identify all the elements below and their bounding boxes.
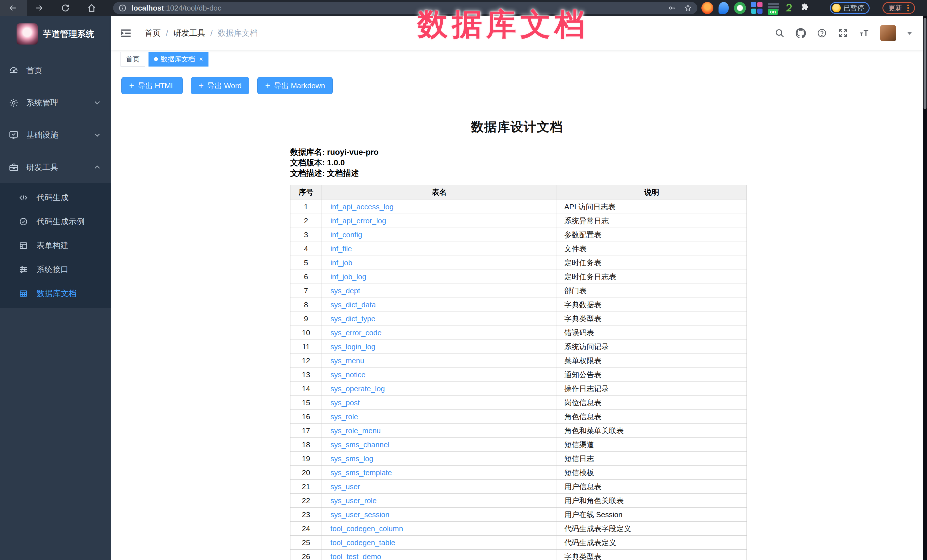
font-size-icon[interactable]: [859, 28, 869, 38]
address-bar[interactable]: localhost:1024/tool/db-doc: [113, 2, 698, 14]
scrollbar-thumb[interactable]: [924, 18, 926, 109]
sidebar-item-home[interactable]: 首页: [0, 54, 111, 87]
profile-paused-pill[interactable]: 已暂停: [830, 2, 869, 14]
extension-stack-icon[interactable]: on: [767, 2, 779, 14]
table-link[interactable]: sys_error_code: [330, 328, 381, 337]
export-button[interactable]: +导出 HTML: [122, 77, 183, 94]
row-index: 8: [290, 298, 322, 312]
table-row: 19sys_sms_log短信日志: [290, 452, 747, 466]
table-link[interactable]: sys_user: [330, 482, 360, 491]
button-label: 导出 HTML: [138, 81, 175, 91]
doc-meta: 数据库名: ruoyi-vue-pro文档版本: 1.0.0文档描述: 文档描述: [290, 147, 923, 179]
table-link[interactable]: inf_api_error_log: [330, 217, 386, 225]
table-header-cell: 表名: [322, 185, 557, 200]
table-link[interactable]: inf_api_access_log: [330, 202, 394, 211]
table-link[interactable]: sys_sms_template: [330, 468, 392, 477]
table-link[interactable]: sys_operate_log: [330, 384, 385, 393]
row-index: 6: [290, 270, 322, 284]
table-link[interactable]: inf_job_log: [330, 272, 366, 281]
sidebar-item-label: 代码生成: [36, 192, 68, 203]
tab-item[interactable]: 首页: [120, 52, 145, 67]
tag-close-icon[interactable]: ×: [199, 56, 203, 62]
sidebar-item-system[interactable]: 系统管理: [0, 87, 111, 119]
info-icon[interactable]: [118, 4, 127, 12]
scrollbar-track[interactable]: [923, 16, 927, 560]
extension-grid-icon[interactable]: [751, 2, 763, 14]
table-link[interactable]: inf_file: [330, 244, 352, 253]
extension-red-icon[interactable]: [701, 2, 713, 14]
tab-active[interactable]: 数据库文档×: [149, 52, 208, 67]
reload-icon[interactable]: [61, 3, 70, 13]
browser-menu-icon[interactable]: [907, 7, 909, 9]
update-label: 更新: [889, 3, 902, 12]
table-link[interactable]: sys_role_menu: [330, 426, 381, 435]
user-avatar[interactable]: [880, 25, 896, 41]
sidebar-menu: 首页系统管理基础设施研发工具代码生成代码生成示例表单构建系统接口数据库文档: [0, 54, 111, 308]
table-link[interactable]: sys_login_log: [330, 342, 375, 351]
breadcrumb-item[interactable]: 研发工具: [173, 28, 205, 39]
table-link[interactable]: tool_codegen_table: [330, 538, 395, 547]
table-link[interactable]: sys_sms_log: [330, 454, 373, 463]
table-row: 13sys_notice通知公告表: [290, 368, 747, 382]
extension-blue-icon[interactable]: [719, 2, 729, 14]
table-link[interactable]: sys_role: [330, 412, 358, 421]
breadcrumb-item[interactable]: 首页: [145, 28, 161, 39]
table-link[interactable]: sys_sms_channel: [330, 440, 389, 449]
sidebar-item-form-builder[interactable]: 表单构建: [0, 234, 111, 258]
table-link[interactable]: sys_menu: [330, 357, 365, 365]
update-button[interactable]: 更新: [883, 2, 915, 14]
table-link[interactable]: sys_notice: [330, 370, 366, 379]
sidebar-item-system-api[interactable]: 系统接口: [0, 258, 111, 282]
tag-label: 数据库文档: [161, 55, 195, 64]
search-icon[interactable]: [775, 28, 785, 38]
sidebar-item-codegen-demo[interactable]: 代码生成示例: [0, 209, 111, 234]
doc-meta-line: 数据库名: ruoyi-vue-pro: [290, 147, 923, 157]
export-button[interactable]: +导出 Markdown: [257, 77, 333, 94]
table-link[interactable]: tool_codegen_column: [330, 524, 403, 533]
sidebar-item-infra[interactable]: 基础设施: [0, 119, 111, 151]
back-icon[interactable]: [8, 3, 18, 13]
help-icon[interactable]: [817, 28, 827, 38]
fullscreen-icon[interactable]: [838, 28, 848, 38]
bookmark-star-icon[interactable]: [684, 4, 692, 12]
table-row: 17sys_role_menu角色和菜单关联表: [290, 424, 747, 438]
sidebar-item-db-doc[interactable]: 数据库文档: [0, 282, 111, 305]
key-icon[interactable]: [668, 4, 676, 12]
chevron-down-icon: [94, 131, 100, 137]
extension-green-icon[interactable]: [734, 2, 746, 14]
sidebar-item-label: 系统管理: [26, 97, 58, 108]
table-link[interactable]: sys_dept: [330, 287, 360, 295]
tag-label: 首页: [126, 55, 140, 64]
sidebar-item-devtools[interactable]: 研发工具: [0, 151, 111, 183]
export-toolbar: +导出 HTML+导出 Word+导出 Markdown: [111, 68, 923, 94]
row-desc: 文件表: [557, 242, 747, 256]
dashboard-icon: [9, 65, 19, 76]
extension-two-icon[interactable]: [784, 3, 794, 14]
logo-row[interactable]: 芋道管理系统: [0, 16, 111, 44]
table-row: 25tool_codegen_table代码生成表定义: [290, 536, 747, 550]
table-link[interactable]: sys_user_session: [330, 510, 389, 519]
sidebar-item-codegen[interactable]: 代码生成: [0, 186, 111, 209]
table-body: 1inf_api_access_logAPI 访问日志表2inf_api_err…: [290, 200, 747, 560]
sliders-icon: [19, 265, 28, 274]
github-icon[interactable]: [796, 28, 806, 38]
sidebar-toggle-icon[interactable]: [120, 27, 132, 39]
row-desc: 代码生成表字段定义: [557, 522, 747, 536]
export-button[interactable]: +导出 Word: [191, 77, 249, 94]
button-label: 导出 Markdown: [274, 81, 325, 91]
chevron-down-icon[interactable]: [907, 32, 912, 35]
home-icon[interactable]: [87, 3, 97, 13]
row-index: 17: [290, 424, 322, 438]
forward-icon[interactable]: [34, 3, 44, 13]
table-link[interactable]: sys_post: [330, 398, 360, 407]
table-link[interactable]: sys_dict_type: [330, 314, 375, 323]
table-row: 6inf_job_log定时任务日志表: [290, 270, 747, 284]
table-link[interactable]: inf_config: [330, 231, 362, 239]
table-link[interactable]: sys_user_role: [330, 496, 377, 505]
table-link[interactable]: inf_job: [330, 258, 353, 267]
table-link[interactable]: tool_test_demo: [330, 552, 381, 560]
extensions-puzzle-icon[interactable]: [799, 3, 810, 14]
table-link[interactable]: sys_dict_data: [330, 300, 376, 309]
sidebar: 芋道管理系统 首页系统管理基础设施研发工具代码生成代码生成示例表单构建系统接口数…: [0, 16, 111, 560]
sidebar-submenu: 代码生成代码生成示例表单构建系统接口数据库文档: [0, 183, 111, 308]
